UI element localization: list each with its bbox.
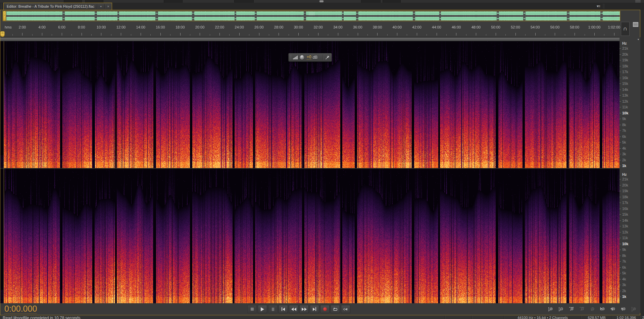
freq-axis-tick bbox=[620, 78, 621, 78]
freq-axis-label: 3k bbox=[622, 283, 626, 287]
scrollbar-up-arrow[interactable]: ▾ bbox=[638, 38, 639, 41]
freq-axis-label: 19k bbox=[622, 58, 628, 62]
ruler-tick bbox=[131, 34, 131, 36]
gain-value[interactable]: +0 bbox=[307, 55, 311, 60]
ruler-tick bbox=[594, 33, 595, 36]
ruler-tick bbox=[210, 34, 210, 36]
freq-axis-label: 20k bbox=[622, 52, 628, 56]
horizontal-scrollbar[interactable] bbox=[0, 37, 620, 41]
ruler-tick bbox=[82, 33, 82, 36]
zoom-out-full-button[interactable] bbox=[588, 305, 597, 313]
playhead-pick[interactable] bbox=[0, 31, 5, 37]
panel-drag-grip[interactable] bbox=[0, 3, 3, 9]
ruler-tick bbox=[437, 33, 437, 36]
freq-axis-label: 15k bbox=[622, 212, 628, 216]
freq-axis-label: 16k bbox=[622, 207, 628, 211]
freq-axis-tick bbox=[620, 279, 621, 279]
ruler-tick bbox=[466, 34, 466, 36]
freq-axis-label: 21k bbox=[622, 46, 628, 50]
ruler-tick bbox=[525, 34, 526, 36]
ruler-tick bbox=[239, 33, 240, 36]
tab-close-icon[interactable]: × bbox=[105, 4, 111, 8]
tab-dropdown-icon[interactable]: ▼ bbox=[97, 5, 104, 8]
hud-drag-grip[interactable] bbox=[290, 55, 292, 60]
freq-axis-tick bbox=[620, 119, 621, 119]
freq-axis-tick bbox=[620, 250, 621, 250]
pause-button[interactable] bbox=[268, 305, 278, 313]
zoom-in-time-button[interactable] bbox=[567, 305, 576, 313]
editor-panel: hms 2:004:006:008:0010:0012:0014:0016:00… bbox=[0, 10, 640, 315]
freq-axis-tick bbox=[620, 203, 621, 203]
stop-button[interactable] bbox=[247, 305, 257, 313]
current-time-display[interactable]: 0:00.000 bbox=[4, 304, 37, 314]
freq-axis-label: 8k bbox=[622, 123, 626, 127]
toolbar-slider[interactable] bbox=[319, 0, 324, 2]
freq-axis-tick bbox=[620, 238, 621, 238]
volume-hud[interactable]: +0 dB bbox=[288, 53, 332, 62]
record-button[interactable] bbox=[320, 305, 330, 313]
freq-axis-label: 18k bbox=[622, 195, 628, 199]
freq-axis-label: 17k bbox=[622, 201, 628, 205]
panel-menu-icon[interactable]: ▾≡ bbox=[597, 4, 600, 8]
freq-axis-label: 11k bbox=[622, 236, 628, 240]
ruler-tick bbox=[298, 33, 299, 36]
workspace-lines-icon bbox=[635, 0, 641, 2]
ruler-time-label: 28:00 bbox=[274, 25, 284, 29]
skip-selection-button[interactable] bbox=[341, 305, 350, 313]
zoom-out-time-button[interactable] bbox=[577, 305, 587, 313]
ruler-tick bbox=[12, 34, 13, 36]
freq-axis-tick bbox=[620, 95, 621, 96]
tab-title: Editor: Breathe - A Tribute To Pink Floy… bbox=[4, 4, 97, 8]
timeline-ruler[interactable]: hms 2:004:006:008:0010:0012:0014:0016:00… bbox=[0, 21, 620, 37]
ruler-time-label: 48:00 bbox=[472, 25, 481, 29]
panel-list-icon[interactable] bbox=[633, 22, 639, 27]
ruler-tick bbox=[446, 34, 447, 36]
freq-axis-tick bbox=[620, 232, 621, 232]
spectrogram-channel-right[interactable] bbox=[0, 169, 620, 303]
zoom-in-amplitude-button[interactable] bbox=[546, 305, 555, 313]
zoom-to-selection-button[interactable] bbox=[619, 305, 628, 313]
rewind-button[interactable] bbox=[289, 305, 298, 313]
overview-navigator[interactable] bbox=[3, 11, 620, 21]
gain-knob[interactable] bbox=[299, 55, 305, 60]
ruler-tick bbox=[52, 34, 52, 36]
editor-tab[interactable]: Editor: Breathe - A Tribute To Pink Floy… bbox=[3, 3, 112, 10]
ruler-time-label: 6:00 bbox=[58, 25, 65, 29]
hud-pin-icon[interactable] bbox=[325, 55, 330, 60]
freq-axis-tick bbox=[620, 84, 621, 84]
frequency-axis[interactable]: ▾ Hz21k20k19k18k17k16k15k14k13k12k11k10k… bbox=[620, 37, 640, 313]
ruler-tick bbox=[318, 33, 318, 36]
play-button[interactable] bbox=[258, 305, 267, 313]
status-cell: 628.57 MB bbox=[581, 316, 612, 319]
freq-axis-label: 8k bbox=[622, 254, 626, 258]
loop-button[interactable] bbox=[331, 305, 340, 313]
ruler-time-label: 1:00:00 bbox=[588, 25, 601, 29]
freq-axis-label: 5k bbox=[622, 140, 626, 144]
panel-tab-bar: Editor: Breathe - A Tribute To Pink Floy… bbox=[0, 3, 644, 10]
zoom-in-at-in-point-button[interactable] bbox=[598, 305, 607, 313]
fast-forward-button[interactable] bbox=[299, 305, 309, 313]
panel-options-grip[interactable] bbox=[603, 4, 604, 9]
freq-axis-tick bbox=[620, 113, 621, 113]
spectral-display[interactable]: +0 dB bbox=[0, 41, 620, 303]
skip-forward-button[interactable] bbox=[310, 305, 319, 313]
ruler-time-label: 40:00 bbox=[393, 25, 402, 29]
freq-axis-tick bbox=[620, 148, 621, 149]
freq-axis-label: 4k bbox=[622, 277, 626, 281]
ruler-tick bbox=[269, 34, 269, 36]
magnet-icon: ∩ bbox=[623, 25, 627, 32]
overview-center-grip[interactable] bbox=[309, 12, 314, 15]
ruler-tick bbox=[377, 33, 378, 36]
skip-back-button[interactable] bbox=[279, 305, 288, 313]
ruler-tick bbox=[407, 34, 407, 36]
overview-playhead-handle[interactable] bbox=[3, 11, 6, 21]
ruler-tick bbox=[141, 33, 141, 36]
zoom-in-at-out-point-button[interactable] bbox=[608, 305, 618, 313]
reset-vertical-zoom-button[interactable] bbox=[629, 305, 639, 313]
ruler-tick bbox=[358, 33, 358, 36]
snap-toggle-button[interactable]: ∩ bbox=[621, 22, 630, 36]
ruler-time-label: 22:00 bbox=[215, 25, 225, 29]
zoom-out-amplitude-button[interactable] bbox=[556, 305, 566, 313]
freq-axis-label: 1k bbox=[622, 295, 626, 299]
ruler-tick bbox=[486, 34, 486, 36]
